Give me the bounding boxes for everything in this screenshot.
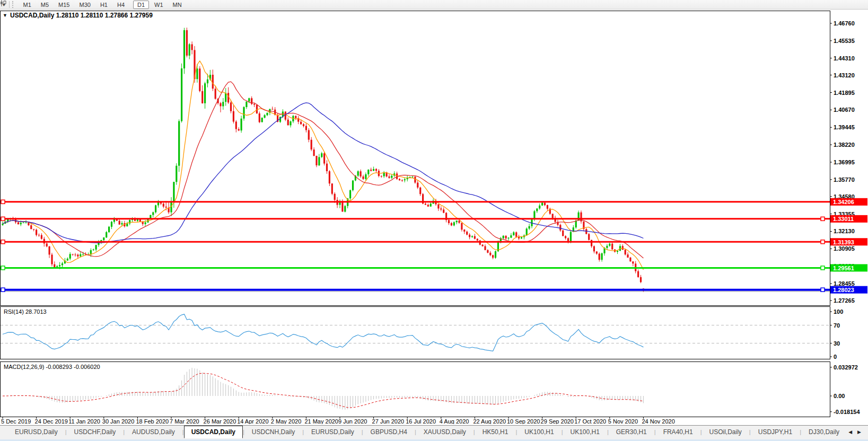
hline-right-handle[interactable] xyxy=(821,240,825,244)
svg-text:1.28023: 1.28023 xyxy=(833,287,854,293)
hline-left-handle[interactable] xyxy=(1,200,5,204)
svg-text:22 Aug 2020: 22 Aug 2020 xyxy=(473,418,506,424)
svg-text:1.44310: 1.44310 xyxy=(834,55,855,61)
candle xyxy=(181,64,182,123)
svg-text:11 Jan 2020: 11 Jan 2020 xyxy=(68,418,100,424)
svg-text:7 Mar 2020: 7 Mar 2020 xyxy=(170,418,199,424)
svg-text:16 Jul 2020: 16 Jul 2020 xyxy=(406,418,436,424)
date-axis: 5 Dec 201924 Dec 201911 Jan 202030 Jan 2… xyxy=(1,417,675,424)
svg-text:10 Sep 2020: 10 Sep 2020 xyxy=(507,418,540,424)
hline-left-handle[interactable] xyxy=(1,266,5,270)
timeframe-button-mn[interactable]: MN xyxy=(169,1,186,9)
candle xyxy=(199,66,200,92)
hline-left-handle[interactable] xyxy=(1,240,5,244)
tab-scroll-left-icon[interactable]: ◀ xyxy=(846,429,855,435)
tab-audusd-daily[interactable]: AUDUSD,Daily xyxy=(125,426,182,438)
candle xyxy=(108,226,110,233)
tab-usoil-daily[interactable]: USOil,Daily xyxy=(702,426,749,438)
timeframe-button-m1[interactable]: M1 xyxy=(19,1,36,9)
candle xyxy=(243,106,244,120)
tab-ger30-h1[interactable]: GER30,H1 xyxy=(609,426,654,438)
svg-text:1.45535: 1.45535 xyxy=(834,38,855,44)
svg-text:100: 100 xyxy=(834,308,843,315)
candle xyxy=(331,183,333,195)
svg-text:21 May 2020: 21 May 2020 xyxy=(304,418,338,424)
chart-collapse-icon[interactable]: ▼ xyxy=(3,13,7,18)
svg-text:1.34206: 1.34206 xyxy=(833,199,854,205)
candle xyxy=(176,163,177,185)
tab-usdchf-daily[interactable]: USDCHF,Daily xyxy=(67,426,124,438)
svg-text:1.36995: 1.36995 xyxy=(834,159,855,165)
tab-usdcad-daily[interactable]: USDCAD,Daily xyxy=(184,426,243,438)
timeframe-button-w1[interactable]: W1 xyxy=(150,1,168,9)
svg-text:17 Oct 2020: 17 Oct 2020 xyxy=(574,418,606,424)
svg-text:1.41895: 1.41895 xyxy=(834,90,855,96)
timeframe-button-h4[interactable]: H4 xyxy=(113,1,129,9)
candle xyxy=(629,257,631,262)
svg-text:5 Dec 2019: 5 Dec 2019 xyxy=(1,418,31,424)
timeframe-button-m30[interactable]: M30 xyxy=(75,1,95,9)
svg-text:0.00: 0.00 xyxy=(834,393,845,399)
tab-dj30-daily[interactable]: DJ30,Daily xyxy=(801,426,846,438)
hline-right-handle[interactable] xyxy=(821,217,825,220)
timeframe-button-h1[interactable]: H1 xyxy=(96,1,112,9)
tab-eurusd-daily[interactable]: EURUSD,Daily xyxy=(7,426,65,438)
rsi-label: RSI(14) 28.7013 xyxy=(4,308,47,315)
timeframe-button-d1[interactable]: D1 xyxy=(133,1,149,9)
tab-eurusd-daily[interactable]: EURUSD,Daily xyxy=(304,426,362,438)
svg-text:0.032972: 0.032972 xyxy=(834,364,858,371)
svg-text:1.31393: 1.31393 xyxy=(833,239,854,245)
svg-text:1.29561: 1.29561 xyxy=(833,265,854,271)
hline-right-handle[interactable] xyxy=(821,288,825,292)
chart-canvas[interactable]: 1.467601.455351.443101.431201.418951.406… xyxy=(0,0,868,424)
timeframe-button-m5[interactable]: M5 xyxy=(37,1,53,9)
svg-text:30 Jan 2020: 30 Jan 2020 xyxy=(102,418,135,424)
chart-title: USDCAD,Daily 1.28110 1.28110 1.27866 1.2… xyxy=(10,12,153,19)
hline-left-handle[interactable] xyxy=(1,288,5,292)
tab-fra40-h1[interactable]: FRA40,H1 xyxy=(656,426,700,438)
svg-text:9 Jun 2020: 9 Jun 2020 xyxy=(338,418,367,424)
symbol-tabs: EURUSD,Daily|USDCHF,Daily|AUDUSD,Daily|U… xyxy=(0,426,846,438)
svg-text:1.35770: 1.35770 xyxy=(834,177,855,183)
tab-hk50-h1[interactable]: HK50,H1 xyxy=(475,426,516,438)
timeframe-button-group: M1M5M15M30H1H4D1W1MN xyxy=(19,1,187,9)
main-price-pane[interactable] xyxy=(1,11,830,306)
svg-text:-0.018154: -0.018154 xyxy=(834,409,860,415)
svg-text:27 Jun 2020: 27 Jun 2020 xyxy=(372,418,405,424)
tab-xauusd-daily[interactable]: XAUUSD,Daily xyxy=(416,426,474,438)
hline-left-handle[interactable] xyxy=(1,217,5,220)
timeframe-button-m15[interactable]: M15 xyxy=(54,1,74,9)
svg-text:18 Feb 2020: 18 Feb 2020 xyxy=(136,418,169,424)
tab-usdjpy-h1[interactable]: USDJPY,H1 xyxy=(751,426,800,438)
candle xyxy=(352,180,354,191)
svg-text:29 Sep 2020: 29 Sep 2020 xyxy=(541,418,574,424)
svg-text:1.27265: 1.27265 xyxy=(834,297,855,304)
hline-right-handle[interactable] xyxy=(821,266,825,270)
candle xyxy=(526,227,528,236)
svg-text:4 Aug 2020: 4 Aug 2020 xyxy=(440,418,469,424)
candle xyxy=(588,233,590,241)
svg-text:24 Dec 2019: 24 Dec 2019 xyxy=(35,418,68,424)
svg-text:0: 0 xyxy=(834,354,837,360)
candle xyxy=(155,205,156,214)
candle xyxy=(183,28,185,74)
tab-scroll-right-icon[interactable]: ▶ xyxy=(855,429,864,435)
svg-text:1.46760: 1.46760 xyxy=(834,20,855,27)
tab-gbpusd-h4[interactable]: GBPUSD,H4 xyxy=(363,426,415,438)
svg-text:2 May 2020: 2 May 2020 xyxy=(271,418,301,424)
tab-uk100-h1[interactable]: UK100,H1 xyxy=(563,426,607,438)
svg-text:1.43120: 1.43120 xyxy=(834,72,855,78)
svg-text:70: 70 xyxy=(834,322,840,329)
macd-pane[interactable] xyxy=(1,362,830,417)
candle xyxy=(495,251,496,259)
rsi-pane[interactable] xyxy=(1,307,830,359)
tab-uk100-h1[interactable]: UK100,H1 xyxy=(517,426,561,438)
candle xyxy=(186,28,188,57)
svg-text:1.32130: 1.32130 xyxy=(834,228,855,234)
symbol-tab-bar: EURUSD,Daily|USDCHF,Daily|AUDUSD,Daily|U… xyxy=(0,425,868,441)
price-axis: 1.467601.455351.443101.431201.418951.406… xyxy=(830,20,855,304)
tab-usdcnh-daily[interactable]: USDCNH,Daily xyxy=(244,426,302,438)
svg-text:30: 30 xyxy=(834,340,840,347)
toolbar-grip[interactable] xyxy=(12,1,16,8)
candle xyxy=(178,119,180,172)
